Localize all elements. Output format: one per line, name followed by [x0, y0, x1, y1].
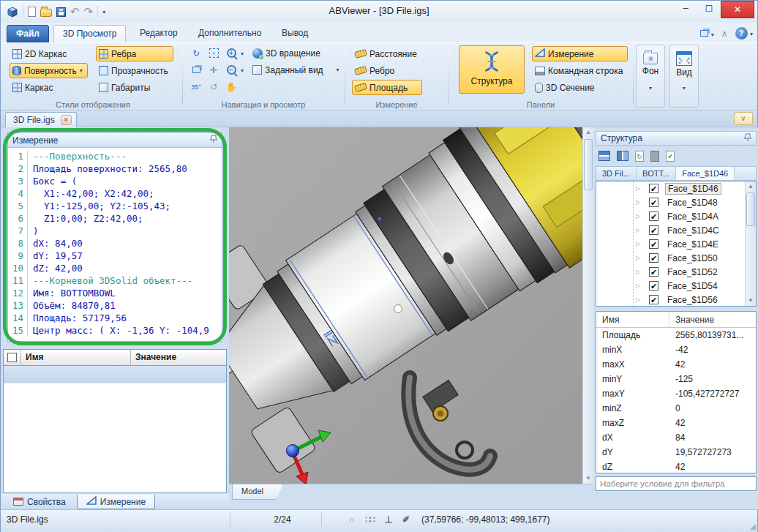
tree-item[interactable]: ▷✔Face_$1D52 — [596, 265, 745, 279]
scroll-up-icon[interactable]: ▲ — [746, 181, 756, 192]
expander-icon[interactable]: ▷ — [636, 227, 643, 233]
3d-section-button[interactable]: 3D Сечение — [532, 80, 628, 95]
tab-properties[interactable]: Свойства — [4, 494, 75, 509]
layout-rows-icon[interactable] — [598, 151, 610, 161]
resize-grip[interactable]: ◢ — [750, 522, 756, 531]
minimize-button[interactable]: – — [674, 1, 697, 17]
paint-icon[interactable]: ✐ — [399, 512, 413, 527]
viewport-vertical-scrollbar[interactable]: ▲ ▼ — [582, 127, 593, 484]
tree-item-label[interactable]: Face_$1D54 — [665, 281, 720, 291]
structure-panel-button[interactable]: Структура — [459, 45, 525, 94]
measurement-panel-button[interactable]: Измерение — [532, 46, 628, 61]
checkbox[interactable]: ✔ — [649, 253, 658, 263]
background-button[interactable]: ✳ Фон ▾ — [636, 45, 665, 108]
tree-item-label[interactable]: Face_$1D4C — [665, 225, 721, 236]
path-segment[interactable]: Face_$1D46 — [676, 167, 735, 180]
expander-icon[interactable]: ▷ — [636, 185, 643, 192]
checkbox[interactable]: ✔ — [649, 281, 658, 291]
tree-scrollbar[interactable]: ▲ ▼ — [745, 181, 756, 306]
expander-icon[interactable]: ▷ — [636, 296, 643, 303]
orbit-icon[interactable]: ↺ — [206, 79, 222, 94]
filter-input[interactable] — [596, 476, 757, 491]
transparency-button[interactable]: Прозрачность — [96, 63, 173, 78]
tree-item[interactable]: ▷✔Face_$1D56 — [596, 293, 745, 306]
scroll-up-icon[interactable]: ▲ — [583, 127, 593, 138]
path-segment[interactable]: 3D Fil... — [596, 167, 637, 180]
checkbox[interactable]: ✔ — [649, 184, 658, 193]
checkbox[interactable]: ✔ — [649, 295, 658, 304]
path-segment[interactable]: BOTT... — [637, 167, 676, 180]
property-row[interactable]: minX-42 — [596, 342, 756, 357]
checkbox[interactable]: ✔ — [649, 198, 658, 207]
document-tab[interactable]: 3D File.igs ✕ — [5, 112, 77, 127]
edge-button[interactable]: Ребро — [352, 63, 422, 78]
maximize-button[interactable]: ◻ — [697, 1, 721, 17]
measure-code[interactable]: 1---Поверхность---2Площадь поверхности: … — [8, 148, 222, 341]
tree-item[interactable]: ▷✔Face_$1D4A — [596, 209, 745, 223]
property-row[interactable]: dY19,572727273 — [596, 445, 756, 460]
tab-editor[interactable]: Редактор — [131, 25, 187, 42]
panel-expander-icon[interactable]: ∨ — [734, 112, 753, 125]
rotate-35-icon[interactable]: 35° — [188, 79, 204, 94]
ortho-icon[interactable]: ⊥ — [381, 512, 396, 527]
scroll-down-icon[interactable]: ▼ — [746, 296, 756, 306]
edges-button[interactable]: Ребра — [96, 46, 173, 61]
close-button[interactable]: ✕ — [721, 1, 754, 18]
tree-item-label[interactable]: Face_$1D50 — [665, 253, 720, 263]
checkbox[interactable] — [7, 353, 17, 362]
3d-viewport[interactable] — [229, 127, 582, 484]
zoom-out-icon[interactable]: − — [223, 62, 239, 78]
view-button[interactable]: ↖↗ ↙↘ Вид ▾ — [669, 45, 699, 108]
tab-file[interactable]: Файл — [7, 25, 49, 42]
snap-magnet-icon[interactable]: ∩ — [345, 512, 359, 527]
property-row[interactable]: minZ0 — [596, 401, 756, 416]
checkbox[interactable]: ✔ — [649, 267, 658, 277]
dimensions-button[interactable]: Габариты — [96, 80, 173, 95]
tree-item[interactable]: ▷✔Face_$1D4E — [596, 237, 745, 251]
apply-structure-icon[interactable]: ✔ — [666, 151, 675, 162]
tree-item[interactable]: ▷✔Face_$1D54 — [596, 279, 745, 293]
expander-icon[interactable]: ▷ — [636, 269, 643, 275]
property-row[interactable]: Площадь2565,80139731... — [596, 328, 756, 342]
help-icon[interactable]: ? ▾ — [735, 27, 753, 40]
tree-item[interactable]: ▷✔Face_$1D48 — [596, 195, 745, 209]
property-row[interactable]: maxY-105,427272727 — [596, 386, 756, 401]
property-row[interactable]: maxZ42 — [596, 416, 756, 430]
tree-item-label[interactable]: Face_$1D4E — [665, 239, 721, 250]
3d-rotation-button[interactable]: 3D вращение — [249, 45, 326, 61]
tab-measurement[interactable]: Измерение — [77, 494, 155, 509]
close-tab-icon[interactable]: ✕ — [61, 115, 72, 125]
layout-columns-icon[interactable] — [617, 151, 628, 161]
collapse-ribbon-icon[interactable]: ∧ — [721, 29, 728, 39]
tree-item-label[interactable]: Face_$1D56 — [665, 295, 720, 305]
tab-output[interactable]: Вывод — [273, 25, 317, 42]
scroll-thumb[interactable] — [584, 139, 593, 190]
checkbox[interactable]: ✔ — [649, 211, 658, 221]
chevron-down-icon[interactable]: ▾ — [241, 50, 244, 61]
tab-3d-view[interactable]: 3D Просмотр — [53, 25, 126, 42]
tree-item[interactable]: ▷✔Face_$1D4C — [596, 223, 745, 237]
tree-item[interactable]: ▷✔Face_$1D46 — [596, 181, 745, 195]
scroll-down-icon[interactable]: ▼ — [583, 473, 593, 484]
expander-icon[interactable]: ▷ — [636, 213, 643, 220]
export-structure-icon[interactable] — [650, 151, 659, 162]
tree-item-label[interactable]: Face_$1D4A — [665, 211, 721, 222]
table-row[interactable] — [4, 366, 226, 383]
pin-icon[interactable] — [744, 133, 751, 144]
refresh-structure-icon[interactable]: ↻ — [635, 151, 644, 162]
2d-wireframe-button[interactable]: 2D Каркас — [10, 46, 88, 61]
expander-icon[interactable]: ▷ — [636, 282, 643, 289]
expander-icon[interactable]: ▷ — [636, 255, 643, 261]
tree-item[interactable]: ▷✔Face_$1D50 — [596, 251, 745, 265]
checkbox[interactable]: ✔ — [649, 225, 658, 235]
fit-view-icon[interactable]: ✛ — [206, 62, 222, 78]
tab-additional[interactable]: Дополнительно — [190, 25, 270, 42]
scroll-thumb[interactable] — [746, 192, 755, 226]
rotate-view-icon[interactable]: ↻ — [188, 45, 204, 61]
tree-item-label[interactable]: Face_$1D46 — [665, 183, 721, 195]
command-line-panel-button[interactable]: Командная строка — [532, 63, 628, 78]
chevron-down-icon[interactable]: ▾ — [241, 67, 244, 78]
zoom-window-icon[interactable]: ⌕ — [206, 45, 222, 61]
distance-button[interactable]: Расстояние — [352, 46, 422, 61]
copy-view-icon[interactable] — [188, 62, 204, 78]
